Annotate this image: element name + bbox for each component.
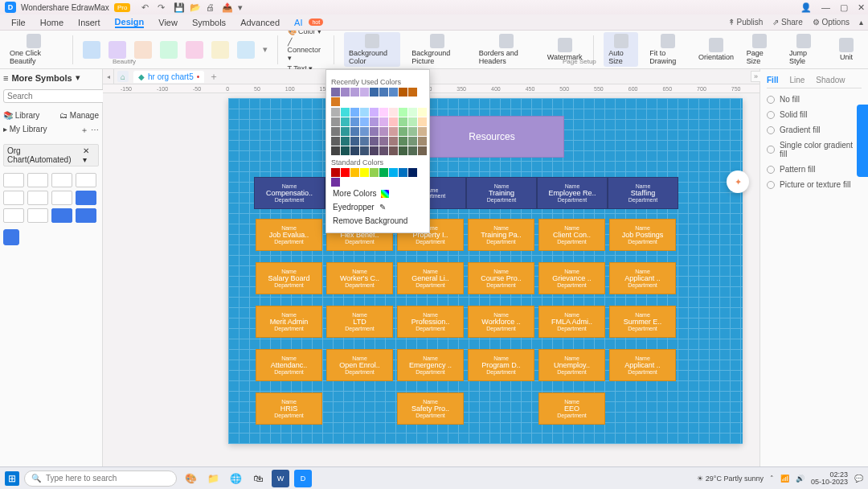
print-icon[interactable]: 🖨 [206,2,215,12]
palette-swatch[interactable] [408,146,417,155]
radio-pattern-fill[interactable] [767,166,775,174]
ai-side-knob[interactable] [857,105,868,177]
taskbar-word[interactable]: W [272,470,289,487]
palette-swatch[interactable] [418,127,427,136]
sub-card[interactable]: NameWorker's C..Department [326,262,393,294]
palette-swatch[interactable] [370,146,379,155]
palette-swatch[interactable] [379,146,388,155]
sub-card[interactable]: NameUnemploy..Department [538,349,605,381]
palette-swatch[interactable] [350,127,359,136]
palette-swatch[interactable] [389,108,398,117]
canvas-side-toggle[interactable]: ◂ [103,69,114,84]
symbol-thumb[interactable] [51,208,72,223]
theme-thumb[interactable] [160,41,178,59]
palette-swatch[interactable] [379,117,388,126]
palette-swatch[interactable] [341,127,350,136]
theme-thumb[interactable] [134,41,152,59]
palette-swatch[interactable] [360,127,369,136]
dropdown-icon[interactable]: ▾ [238,2,248,12]
shadow-tab[interactable]: Shadow [816,76,845,84]
sub-card[interactable]: NameMerit AdminDepartment [256,306,322,338]
weather-widget[interactable]: ☀ 29°C Partly sunny [697,475,764,483]
sub-card[interactable]: NameHRISDepartment [256,392,322,425]
palette-swatch[interactable] [408,117,417,126]
standard-color-swatch[interactable] [399,168,407,177]
sub-card[interactable]: NameGrievance ..Department [538,262,605,294]
dept-card[interactable]: NameStaffingDepartment [608,177,678,209]
auto-size-button[interactable]: Auto Size [604,32,638,67]
menu-file[interactable]: File [11,18,26,27]
recent-color-swatch[interactable] [399,88,407,97]
recent-color-swatch[interactable] [408,88,417,97]
recent-color-swatch[interactable] [331,88,340,97]
more-colors-item[interactable]: More Colors [331,187,424,200]
menu-symbols[interactable]: Symbols [192,18,226,27]
menu-design[interactable]: Design [115,17,145,28]
palette-swatch[interactable] [370,137,379,146]
symbol-thumb[interactable] [27,191,48,205]
symbol-thumb[interactable] [27,208,48,223]
palette-swatch[interactable] [379,108,388,117]
radio-picture-fill[interactable] [767,181,775,189]
radio-single-gradient[interactable] [767,146,775,154]
add-lib-icon[interactable]: ＋ ⋯ [80,125,99,136]
publish-button[interactable]: ↟ Publish [728,18,764,27]
recent-color-swatch[interactable] [360,88,369,97]
palette-swatch[interactable] [389,137,398,146]
connector-option[interactable]: ╱ Connector ▾ [288,38,325,62]
manage-library[interactable]: 🗂 Manage [59,111,99,120]
tray-up-icon[interactable]: ˄ [770,475,774,483]
sub-card[interactable]: NameSafety Pro..Department [397,392,464,425]
recent-color-swatch[interactable] [350,88,359,97]
menu-advanced[interactable]: Advanced [240,18,280,27]
tray-notification-icon[interactable]: 💬 [854,475,863,483]
palette-swatch[interactable] [418,117,427,126]
radio-gradient-fill[interactable] [767,126,775,134]
palette-swatch[interactable] [350,146,359,155]
theme-thumb[interactable] [108,41,126,59]
palette-swatch[interactable] [418,146,427,155]
close-icon[interactable]: ✕ [858,2,865,13]
palette-swatch[interactable] [408,137,417,146]
dept-card[interactable]: NameCompensatio..Department [254,177,325,209]
unit-button[interactable]: Unit [829,36,863,63]
palette-swatch[interactable] [389,117,398,126]
standard-color-swatch[interactable] [331,178,340,187]
palette-swatch[interactable] [360,117,369,126]
palette-swatch[interactable] [331,127,340,136]
palette-swatch[interactable] [389,127,398,136]
theme-thumb[interactable] [237,41,255,59]
symbol-thumb[interactable] [3,208,24,223]
palette-swatch[interactable] [418,108,427,117]
tray-sound-icon[interactable]: 🔊 [796,475,805,483]
standard-color-swatch[interactable] [350,168,359,177]
palette-swatch[interactable] [370,108,379,117]
palette-swatch[interactable] [360,108,369,117]
dept-card[interactable]: NameTrainingDepartment [466,177,537,209]
start-button[interactable]: ⊞ [5,471,19,486]
palette-swatch[interactable] [399,117,407,126]
standard-color-swatch[interactable] [370,168,379,177]
sub-card[interactable]: NameGeneral Li..Department [397,262,464,294]
options-button[interactable]: ⚙ Options [813,18,850,27]
one-click-beautify-button[interactable]: One Click Beautify [5,32,63,67]
export-icon[interactable]: 📤 [222,2,231,12]
standard-color-swatch[interactable] [389,168,398,177]
recent-color-swatch[interactable] [389,88,398,97]
recent-color-swatch[interactable] [379,88,388,97]
redo-icon[interactable]: ↷ [158,2,167,12]
orgchart-section[interactable]: Org Chart(Automated) [7,146,83,164]
add-tab-button[interactable]: ＋ [209,70,219,84]
menu-ai[interactable]: AI [294,18,302,27]
palette-swatch[interactable] [360,137,369,146]
palette-swatch[interactable] [389,146,398,155]
sub-card[interactable]: NameSalary BoardDepartment [256,262,322,294]
palette-swatch[interactable] [341,117,350,126]
dept-card[interactable]: NameEmployee Re..Department [537,177,608,209]
symbol-thumb[interactable] [27,173,48,187]
radio-solid-fill[interactable] [767,111,775,119]
save-icon[interactable]: 💾 [174,2,183,12]
symbol-thumb[interactable] [3,173,24,187]
palette-swatch[interactable] [399,108,407,117]
borders-headers-button[interactable]: Borders and Headers [474,32,539,67]
